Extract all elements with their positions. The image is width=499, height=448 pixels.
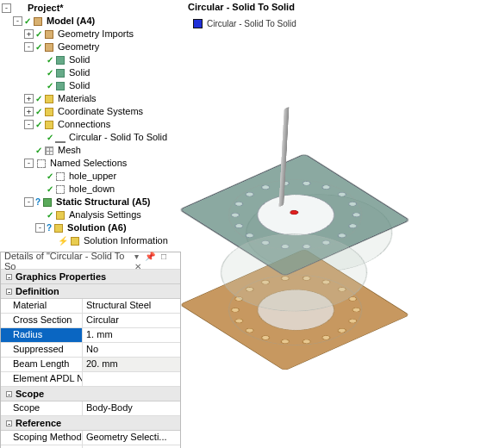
tree-item-label: Solution (A6)	[67, 221, 126, 234]
tree-item[interactable]: ✓Circular - Solid To Solid	[2, 131, 171, 144]
checkmark-icon: ✓	[35, 105, 42, 118]
property-value[interactable]: Circular	[83, 314, 180, 327]
selection-icon	[54, 171, 66, 183]
graphics-viewport[interactable]: Circular - Solid To Solid Circular - Sol…	[181, 0, 499, 448]
folder-icon	[43, 93, 55, 105]
checkmark-icon: ✓	[35, 118, 42, 131]
details-title-text: Details of "Circular - Solid To So	[4, 251, 131, 271]
tree-item-label: hole_down	[69, 183, 115, 196]
checkmark-icon: ✓	[47, 208, 53, 221]
collapse-icon[interactable]: -	[24, 42, 34, 52]
tree-item[interactable]: +✓Geometry Imports	[2, 28, 171, 40]
beam-shaft[interactable]	[278, 107, 289, 208]
property-value[interactable]: No	[83, 343, 180, 357]
collapse-icon[interactable]: -	[6, 420, 12, 426]
model-iso-view[interactable]	[190, 43, 491, 388]
tree-item[interactable]: -Named Selections	[2, 157, 171, 170]
category-label: Reference	[16, 418, 61, 428]
collapse-icon[interactable]: -	[6, 274, 12, 280]
tree-item[interactable]: +✓Materials	[2, 92, 171, 105]
checkmark-icon: ✓	[47, 79, 53, 92]
bolt-hole	[279, 339, 291, 345]
details-panel[interactable]: Details of "Circular - Solid To So ▾ 📌 □…	[0, 252, 181, 448]
selection-icon	[35, 158, 47, 170]
collapse-icon[interactable]: -	[35, 223, 45, 233]
cube-icon	[43, 28, 55, 40]
environment-icon	[41, 196, 53, 208]
tree-item[interactable]: -✓Connections	[2, 118, 171, 131]
tree-item-label: Solution Information	[84, 234, 168, 247]
property-row[interactable]: MaterialStructural Steel	[1, 299, 180, 314]
property-value[interactable]: 1. mm	[83, 328, 180, 342]
tree-item-label: Mesh	[58, 144, 81, 157]
bolt-hole	[336, 327, 348, 333]
bolt-hole	[346, 201, 359, 207]
expand-icon[interactable]: +	[24, 29, 34, 39]
property-value[interactable]: Structural Steel	[83, 299, 180, 313]
solid-body-icon	[54, 67, 66, 79]
checkmark-icon: ✓	[35, 28, 42, 40]
property-row[interactable]: Scoping MethodGeometry Selecti...	[1, 431, 180, 445]
property-category[interactable]: -Graphics Properties	[1, 270, 180, 284]
pin-icon[interactable]: 📌	[145, 252, 155, 261]
property-category[interactable]: -Scope	[1, 387, 180, 401]
bolt-hole	[300, 339, 312, 345]
popout-icon[interactable]: □	[161, 252, 166, 261]
bolt-hole	[244, 191, 256, 197]
solid-body-icon	[54, 80, 66, 92]
property-value[interactable]: Geometry Selecti...	[83, 431, 180, 445]
tree-item-label: Analysis Settings	[69, 208, 141, 221]
collapse-icon[interactable]: -	[13, 16, 22, 26]
property-row[interactable]: ScopeBody-Body	[1, 401, 180, 416]
collapse-icon[interactable]: -	[2, 3, 11, 13]
tree-item[interactable]: ✓Solid	[2, 66, 171, 79]
expand-icon[interactable]: +	[24, 94, 34, 103]
dropdown-icon[interactable]: ▾	[134, 252, 139, 261]
property-key: Scoping Method	[1, 431, 83, 445]
tree-item[interactable]: -?Solution (A6)	[2, 221, 171, 234]
tree-item[interactable]: ⚡Solution Information	[2, 234, 171, 247]
category-label: Definition	[16, 286, 59, 296]
tree-item[interactable]: ✓Mesh	[2, 144, 171, 157]
solid-body-icon	[54, 54, 66, 66]
property-value[interactable]: 20. mm	[83, 358, 180, 371]
question-icon: ?	[35, 196, 41, 208]
property-value[interactable]	[83, 372, 180, 386]
property-key: Suppressed	[1, 343, 83, 357]
property-row[interactable]: Beam Length20. mm	[1, 358, 180, 372]
collapse-icon[interactable]: -	[24, 197, 34, 207]
checkmark-icon: ✓	[24, 15, 31, 28]
tree-item[interactable]: ✓Solid	[2, 79, 171, 92]
expand-icon[interactable]: +	[24, 107, 34, 116]
bolt-hole	[336, 191, 348, 197]
property-category[interactable]: -Definition	[1, 284, 180, 299]
collapse-icon[interactable]: -	[6, 289, 12, 295]
tree-item[interactable]: +✓Coordinate Systems	[2, 105, 171, 118]
tree-item[interactable]: ✓Solid	[2, 53, 171, 66]
property-row[interactable]: Cross SectionCircular	[1, 314, 180, 328]
legend-label: Circular - Solid To Solid	[207, 19, 296, 28]
tree-item[interactable]: -Project*	[2, 2, 171, 15]
tree-item[interactable]: ✓hole_upper	[2, 170, 171, 183]
selection-icon	[54, 184, 66, 196]
legend-swatch	[193, 19, 203, 28]
tree-item-label: Connections	[58, 118, 110, 131]
property-row[interactable]: Radius1. mm	[1, 328, 180, 343]
property-row[interactable]: SuppressedNo	[1, 343, 180, 358]
property-value[interactable]: Body-Body	[83, 401, 180, 415]
mesh-icon	[43, 145, 55, 157]
checkmark-icon: ✓	[35, 144, 42, 157]
collapse-icon[interactable]: -	[6, 391, 12, 397]
tree-item[interactable]: -✓Model (A4)	[2, 15, 171, 28]
tree-item-label: Project*	[28, 2, 64, 15]
property-row[interactable]: Element APDL Name	[1, 372, 180, 387]
property-category[interactable]: -Reference	[1, 416, 180, 431]
bolt-hole	[233, 318, 245, 324]
close-icon[interactable]: ✕	[134, 262, 141, 271]
collapse-icon[interactable]: -	[24, 120, 34, 129]
collapse-icon[interactable]: -	[24, 159, 34, 168]
checkmark-icon: ✓	[47, 66, 53, 79]
connection-pivot-icon	[288, 209, 300, 215]
tree-item[interactable]: -✓Geometry	[2, 40, 171, 53]
checkmark-icon: ✓	[47, 53, 53, 66]
